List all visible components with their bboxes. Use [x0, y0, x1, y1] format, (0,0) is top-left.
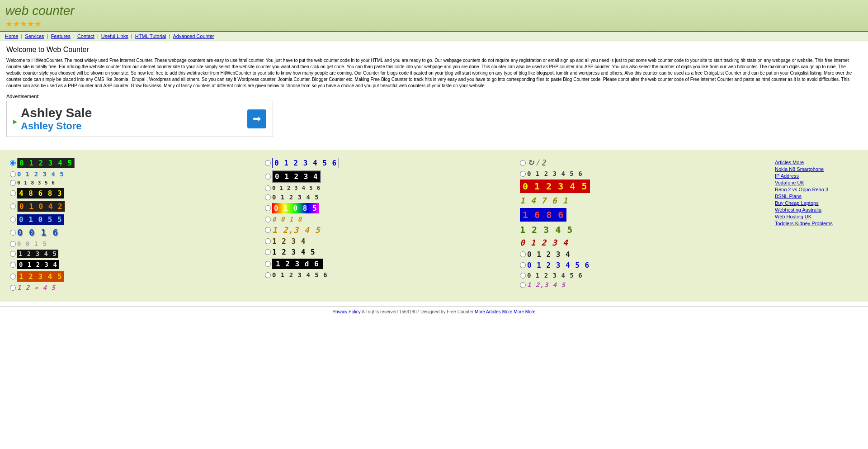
star-rating: ★★★★★	[5, 19, 863, 29]
counter-radio-c2-6[interactable]	[265, 217, 271, 222]
counter-radio-5[interactable]	[10, 203, 16, 209]
ad-title: Ashley Sale	[21, 106, 92, 120]
counter-item-c3-2: 0 1 2 3 4 5 6	[520, 170, 768, 177]
counter-radio-c3-2[interactable]	[520, 171, 526, 177]
counter-display-5: 0 1 0 4 2	[17, 201, 65, 212]
counter-radio-c2-4[interactable]	[265, 194, 271, 200]
counter-item-c2-10: 1 2 3 d 6	[265, 259, 513, 269]
counter-radio-12[interactable]	[10, 285, 16, 291]
counter-radio-c2-5[interactable]	[265, 205, 271, 211]
counter-radio-3[interactable]	[10, 180, 16, 186]
sidebar-link-reno[interactable]: Reno 2 vs Oppo Reno 3	[775, 187, 858, 192]
counter-item-7: 0 0 1 6	[10, 227, 258, 238]
footer-more-4[interactable]: More	[525, 309, 536, 314]
counter-display-c2-7: 1 2,3 4 5	[272, 225, 321, 235]
sidebar-link-laptops[interactable]: Buy Cheap Laptops	[775, 200, 858, 206]
sidebar-link-webhosting-uk[interactable]: Web Hosting UK	[775, 214, 858, 219]
counter-display-12: 1 2 » 4 5	[17, 284, 56, 291]
counter-radio-c3-11[interactable]	[520, 282, 526, 288]
counter-display-c2-11: 0 1 2 3 4 5 6	[272, 271, 328, 279]
counter-radio-c2-2[interactable]	[265, 174, 271, 180]
counter-radio-c2-11[interactable]	[265, 272, 271, 278]
counter-radio-7[interactable]	[10, 230, 16, 236]
counter-item-c2-5: 0 1 0 8 5	[265, 203, 513, 213]
footer-designed: Designed by Free Counter	[420, 309, 473, 314]
counter-display-c3-8: 0 1 2 3 4	[527, 250, 571, 259]
footer-more-1[interactable]: More Articles	[475, 309, 501, 314]
counter-item-c3-8: 0 1 2 3 4	[520, 250, 768, 259]
sidebar-link-ip[interactable]: IP Address	[775, 173, 858, 179]
counter-display-3: 0 1 8 3 5 6	[17, 180, 55, 186]
play-icon: ▶	[13, 118, 17, 125]
footer-more-2[interactable]: More	[502, 309, 513, 314]
counter-item-c3-5: 1 6 8 6	[520, 208, 768, 222]
counter-radio-11[interactable]	[10, 274, 16, 279]
counter-item-4: 4 8 6 8 3	[10, 188, 258, 199]
counter-item-c3-4: 1 4 7 6 1	[520, 196, 768, 205]
counter-grid: 0 1 2 3 4 5 0 1 2 3 4 5 0 1 8 3 5 6 4 8 …	[6, 156, 862, 295]
counter-radio-c3-9[interactable]	[520, 262, 526, 268]
footer-privacy[interactable]: Privacy Policy	[332, 309, 360, 314]
counter-display-c3-2: 0 1 2 3 4 5 6	[527, 170, 583, 177]
counter-radio-c2-3[interactable]	[265, 185, 271, 191]
counter-display-c2-5: 0 1 0 8 5	[272, 203, 319, 213]
counter-radio-1[interactable]	[10, 160, 16, 166]
counter-item-12: 1 2 » 4 5	[10, 284, 258, 291]
counter-radio-2[interactable]	[10, 171, 16, 177]
sidebar-link-toddlers[interactable]: Toddlers Kidney Problems	[775, 221, 858, 226]
nav-services[interactable]: Services	[25, 33, 44, 39]
sidebar-link-nokia[interactable]: Nokia N8 Smartphone	[775, 166, 858, 172]
counter-display-c2-3: 0 1 2 3 4 5 6	[272, 185, 321, 191]
counter-radio-4[interactable]	[10, 190, 16, 196]
counter-radio-9[interactable]	[10, 251, 16, 257]
counter-display-c3-3: 0 1 2 3 4 5	[520, 180, 590, 193]
counter-item-c2-3: 0 1 2 3 4 5 6	[265, 185, 513, 191]
logo: web counter	[5, 4, 863, 18]
nav-html-tutorial[interactable]: HTML Tutorial	[135, 33, 166, 39]
counter-radio-c3-1[interactable]	[520, 160, 526, 166]
counter-radio-c2-8[interactable]	[265, 238, 271, 244]
ad-arrow-icon[interactable]: ➡	[247, 109, 266, 128]
nav-features[interactable]: Features	[51, 33, 71, 39]
sidebar-link-vodafone[interactable]: Vodafone UK	[775, 180, 858, 185]
nav-home[interactable]: Home	[5, 33, 18, 39]
counter-item-5: 0 1 0 4 2	[10, 201, 258, 212]
counter-item-c3-11: 1 2,3 4 5	[520, 281, 768, 288]
counter-display-c3-1: ↻ / 2	[527, 158, 547, 168]
counter-radio-c2-1[interactable]	[265, 160, 271, 166]
counter-radio-c3-10[interactable]	[520, 273, 526, 279]
counter-radio-c2-7[interactable]	[265, 227, 271, 233]
counter-radio-c2-10[interactable]	[265, 261, 271, 267]
counter-radio-c3-8[interactable]	[520, 251, 526, 257]
counter-item-c2-9: 1 2 3 4 5	[265, 248, 513, 256]
nav-contact[interactable]: Contact	[77, 33, 94, 39]
counter-radio-6[interactable]	[10, 217, 16, 222]
advertisement-label: Advertisement:	[6, 94, 862, 99]
nav-advanced-counter[interactable]: Advanced Counter	[173, 33, 214, 39]
nav-useful-links[interactable]: Useful Links	[101, 33, 128, 39]
counter-display-c3-4: 1 4 7 6 1	[520, 196, 568, 205]
sidebar-link-articles[interactable]: Articles More	[775, 160, 858, 165]
sidebar-link-webhosting[interactable]: Webhosting Australia	[775, 207, 858, 213]
header: web counter ★★★★★	[0, 0, 868, 32]
counter-display-10: 0 1 2 3 4	[17, 260, 59, 269]
counter-col-1: 0 1 2 3 4 5 0 1 2 3 4 5 0 1 8 3 5 6 4 8 …	[6, 156, 261, 295]
footer-rights: All rights reserved	[362, 309, 398, 314]
footer-counter: 15691807	[399, 309, 420, 314]
counter-radio-c2-9[interactable]	[265, 249, 271, 255]
counter-item-c2-1: 0 1 2 3 4 5 6	[265, 158, 513, 168]
counter-item-c3-3: 0 1 2 3 4 5	[520, 180, 768, 193]
counter-display-c3-11: 1 2,3 4 5	[527, 281, 566, 288]
sidebar-links: Articles More Nokia N8 Smartphone IP Add…	[771, 156, 862, 295]
ad-content: ▶ Ashley Sale Ashley Store	[13, 106, 92, 132]
counter-display-c2-1: 0 1 2 3 4 5 6	[272, 158, 339, 168]
counter-item-c2-6: 0 0 1 0	[265, 216, 513, 223]
counter-display-c3-7: 0 1 2 3 4	[520, 238, 568, 247]
footer-more-3[interactable]: More	[514, 309, 524, 314]
counter-item-6: 0 1 0 5 5	[10, 214, 258, 225]
counter-radio-10[interactable]	[10, 262, 16, 268]
counter-radio-8[interactable]	[10, 241, 16, 247]
counter-col-2: 0 1 2 3 4 5 6 0 1 2 3 4 0 1 2 3 4 5 6 0 …	[261, 156, 516, 295]
sidebar-link-bsnl[interactable]: BSNL Plans	[775, 194, 858, 199]
counter-display-c3-9: 0 1 2 3 4 5 6	[527, 261, 590, 269]
